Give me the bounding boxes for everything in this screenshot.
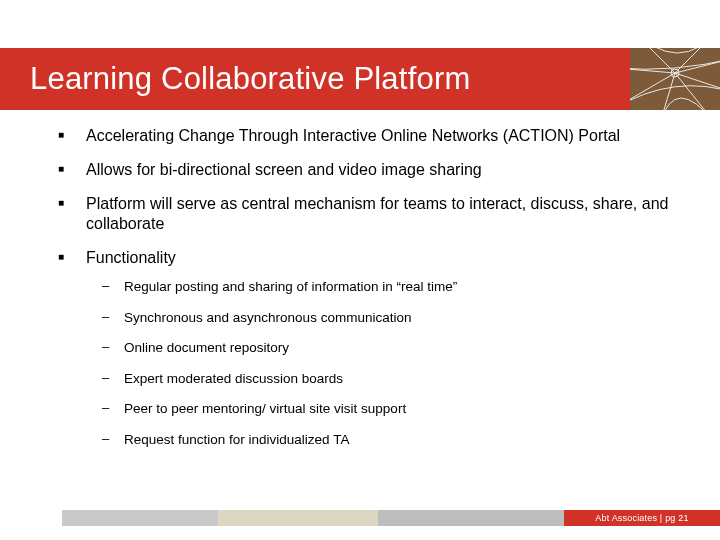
svg-line-6 — [660, 73, 675, 110]
footer-block — [62, 510, 218, 526]
list-item: Accelerating Change Through Interactive … — [58, 126, 680, 146]
svg-line-2 — [675, 48, 720, 73]
footer-text: Abt Associates | pg 21 — [595, 513, 688, 523]
list-item: Peer to peer mentoring/ virtual site vis… — [102, 400, 680, 418]
footer-block-label: Abt Associates | pg 21 — [564, 510, 720, 526]
list-item: Platform will serve as central mechanism… — [58, 194, 680, 234]
list-item: Functionality Regular posting and sharin… — [58, 248, 680, 448]
slide-content: Accelerating Change Through Interactive … — [0, 112, 720, 540]
list-item: Online document repository — [102, 339, 680, 357]
list-item-label: Functionality — [86, 249, 176, 266]
list-item: Request function for individualized TA — [102, 431, 680, 449]
svg-line-5 — [675, 73, 715, 110]
list-item: Regular posting and sharing of informati… — [102, 278, 680, 296]
corner-decoration — [630, 48, 720, 110]
list-item: Allows for bi-directional screen and vid… — [58, 160, 680, 180]
svg-line-7 — [630, 73, 675, 108]
slide-title: Learning Collaborative Platform — [30, 61, 470, 97]
slide-header: Learning Collaborative Platform — [0, 0, 720, 112]
starburst-icon — [630, 48, 720, 110]
svg-line-4 — [675, 73, 720, 93]
footer-block — [218, 510, 378, 526]
slide: Learning Collaborative Platform — [0, 0, 720, 540]
list-item: Expert moderated discussion boards — [102, 370, 680, 388]
bullet-list: Accelerating Change Through Interactive … — [58, 126, 680, 448]
footer-block — [378, 510, 564, 526]
title-bar: Learning Collaborative Platform — [0, 48, 630, 110]
sub-bullet-list: Regular posting and sharing of informati… — [102, 278, 680, 448]
list-item: Synchronous and asynchronous communicati… — [102, 309, 680, 327]
slide-footer: Abt Associates | pg 21 — [62, 510, 720, 526]
